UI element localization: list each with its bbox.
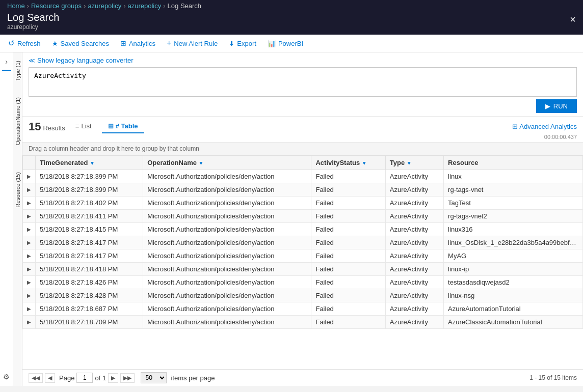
row-resource: linux316 [444,223,583,236]
row-resource: AzureClassicAutomationTutorial [444,316,583,329]
page-label: Page [59,374,74,382]
close-button[interactable]: × [570,14,576,25]
items-per-page-select[interactable]: 50 100 200 [141,372,167,383]
first-page-button[interactable]: ◀◀ [29,373,43,383]
drag-hint: Drag a column header and drop it here to… [22,142,583,155]
table-row[interactable]: ▶ 5/18/2018 8:27:18.402 PM Microsoft.Aut… [23,197,583,210]
row-status: Failed [311,263,385,276]
table-label: # Table [116,122,138,130]
next-page-button[interactable]: ▶ [108,373,118,383]
breadcrumb: Home › Resource groups › azurepolicy › a… [0,0,583,10]
advanced-analytics-link[interactable]: ⊞ Advanced Analytics [512,123,577,130]
tab-list-btn[interactable]: ≡ List [69,120,98,133]
items-per-page-label: items per page [171,374,215,382]
col-activity-status[interactable]: ActivityStatus ▼ [311,156,385,170]
row-type: AzureActivity [385,170,443,183]
row-expand[interactable]: ▶ [23,170,36,183]
row-expand[interactable]: ▶ [23,302,36,316]
powerbi-label: PowerBI [278,40,303,47]
table-icon: ⊞ [108,122,114,130]
row-status: Failed [311,236,385,249]
row-expand[interactable]: ▶ [23,210,36,223]
row-expand[interactable]: ▶ [23,183,36,197]
row-resource: testasdasdiqwejasd2 [444,276,583,289]
results-number: 15 [29,120,41,133]
run-label: RUN [553,102,568,110]
table-row[interactable]: ▶ 5/18/2018 8:27:18.411 PM Microsoft.Aut… [23,210,583,223]
powerbi-button[interactable]: 📊 PowerBI [267,38,304,49]
row-expand[interactable]: ▶ [23,236,36,249]
filter-labels-panel: Type (1) OperationName (1) Resource (15) [13,52,22,386]
row-operation: Microsoft.Authorization/policies/deny/ac… [143,249,311,263]
new-alert-rule-button[interactable]: + New Alert Rule [166,37,219,49]
table-row[interactable]: ▶ 5/18/2018 8:27:18.709 PM Microsoft.Aut… [23,316,583,329]
row-expand[interactable]: ▶ [23,223,36,236]
row-resource: linux [444,170,583,183]
table-container[interactable]: TimeGenerated ▼ OperationName ▼ Activity… [22,155,583,369]
row-operation: Microsoft.Authorization/policies/deny/ac… [143,276,311,289]
settings-gear-button[interactable]: ⚙ [3,373,10,381]
expand-sidebar-button[interactable]: › [4,57,9,67]
col-resource[interactable]: Resource [444,156,583,170]
saved-searches-button[interactable]: ★ Saved Searches [51,38,110,49]
legacy-converter-button[interactable]: ≪ Show legacy language converter [29,57,134,64]
row-status: Failed [311,302,385,316]
results-header-row: 15 Results ≡ List ⊞ # Table ⊞ Advanced A… [22,117,583,133]
table-row[interactable]: ▶ 5/18/2018 8:27:18.417 PM Microsoft.Aut… [23,236,583,249]
sep3: › [123,2,125,10]
prev-page-button[interactable]: ◀ [45,373,55,383]
table-row[interactable]: ▶ 5/18/2018 8:27:18.418 PM Microsoft.Aut… [23,263,583,276]
list-label: List [81,122,91,130]
table-row[interactable]: ▶ 5/18/2018 8:27:18.417 PM Microsoft.Aut… [23,249,583,263]
analytics-button[interactable]: ⊞ Analytics [119,38,156,49]
row-expand[interactable]: ▶ [23,197,36,210]
export-button[interactable]: ⬇ Export [228,38,257,49]
table-row[interactable]: ▶ 5/18/2018 8:27:18.426 PM Microsoft.Aut… [23,276,583,289]
row-operation: Microsoft.Authorization/policies/deny/ac… [143,223,311,236]
breadcrumb-home[interactable]: Home [7,2,25,10]
refresh-button[interactable]: ↺ Refresh [7,37,42,49]
col-operation-name[interactable]: OperationName ▼ [143,156,311,170]
results-label: Results [43,124,65,132]
row-operation: Microsoft.Authorization/policies/deny/ac… [143,302,311,316]
tab-table-btn[interactable]: ⊞ # Table [102,120,144,133]
breadcrumb-resource-groups[interactable]: Resource groups [31,2,82,10]
analytics-grid-icon: ⊞ [120,39,126,47]
filter-resource[interactable]: Resource (15) [14,169,22,211]
row-expand[interactable]: ▶ [23,249,36,263]
title-area: Log Search azurepolicy [7,12,59,31]
run-button[interactable]: ▶ RUN [536,99,577,113]
row-time: 5/18/2018 8:27:18.417 PM [36,249,143,263]
results-count: 15 Results [29,120,65,133]
table-row[interactable]: ▶ 5/18/2018 8:27:18.428 PM Microsoft.Aut… [23,289,583,302]
breadcrumb-current: Log Search [168,2,202,10]
download-icon: ⬇ [229,40,234,47]
row-expand[interactable]: ▶ [23,276,36,289]
row-operation: Microsoft.Authorization/policies/deny/ac… [143,170,311,183]
table-row[interactable]: ▶ 5/18/2018 8:27:18.415 PM Microsoft.Aut… [23,223,583,236]
col-time-generated[interactable]: TimeGenerated ▼ [36,156,143,170]
col-expand [23,156,36,170]
table-row[interactable]: ▶ 5/18/2018 8:27:18.399 PM Microsoft.Aut… [23,183,583,197]
col-type[interactable]: Type ▼ [385,156,443,170]
filter-operation-name[interactable]: OperationName (1) [14,94,22,148]
row-type: AzureActivity [385,276,443,289]
breadcrumb-azurepolicy2[interactable]: azurepolicy [127,2,161,10]
row-expand[interactable]: ▶ [23,316,36,329]
legacy-converter-label: Show legacy language converter [37,57,134,64]
filter-type[interactable]: Type (1) [14,58,22,84]
table-row[interactable]: ▶ 5/18/2018 8:27:18.399 PM Microsoft.Aut… [23,170,583,183]
sidebar-accent-line [2,70,11,71]
left-sidebar: › ⚙ [0,52,13,386]
query-input[interactable] [29,67,577,97]
breadcrumb-azurepolicy1[interactable]: azurepolicy [88,2,121,10]
last-page-button[interactable]: ▶▶ [120,373,135,383]
page-input[interactable] [76,373,93,383]
table-row[interactable]: ▶ 5/18/2018 8:27:18.687 PM Microsoft.Aut… [23,302,583,316]
row-type: AzureActivity [385,197,443,210]
row-resource: AzureAutomationTutorial [444,302,583,316]
row-expand[interactable]: ▶ [23,289,36,302]
saved-searches-label: Saved Searches [61,40,109,47]
total-pages: 1 [102,374,106,382]
row-expand[interactable]: ▶ [23,263,36,276]
